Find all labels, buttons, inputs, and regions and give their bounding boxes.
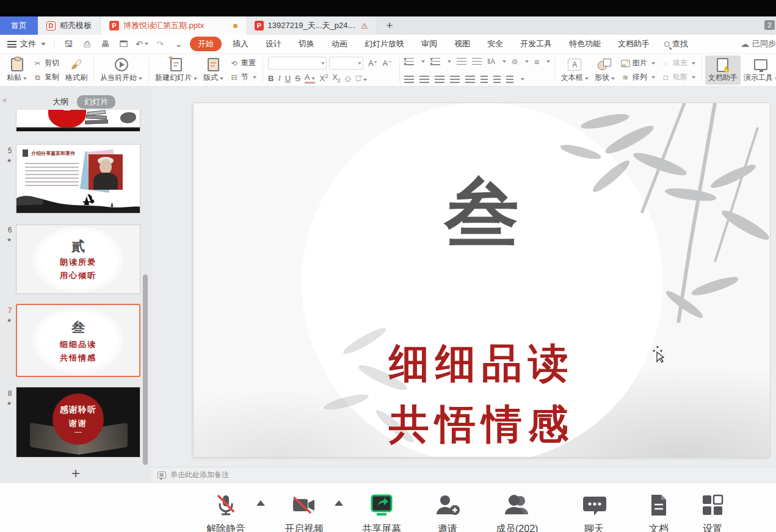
slide-thumbnail-7-selected[interactable]: 叁 细细品读 共悟情感 xyxy=(16,304,140,377)
hamburger-menu-icon[interactable] xyxy=(7,41,16,48)
print-preview-icon[interactable]: 🗔 xyxy=(118,39,129,49)
font-color-button[interactable]: A xyxy=(305,73,316,84)
paste-button[interactable]: 粘贴 xyxy=(4,56,30,85)
align-text-icon[interactable]: ⊜ xyxy=(512,57,518,66)
decrease-indent-icon[interactable] xyxy=(457,58,466,65)
slide-canvas[interactable]: 叁 细细品读 共悟情感 xyxy=(193,102,771,458)
menu-tab-review[interactable]: 审阅 xyxy=(415,37,443,51)
presentation-tools-button[interactable]: 演示工具 xyxy=(741,56,776,85)
export-icon[interactable]: ⎙ xyxy=(82,39,92,49)
menu-tab-design[interactable]: 设计 xyxy=(259,37,288,51)
clear-format-icon[interactable]: ◇ xyxy=(345,74,351,83)
arrange-button[interactable]: ≋排列 xyxy=(619,71,657,83)
font-size-select[interactable] xyxy=(329,57,363,70)
unmute-button[interactable]: 解除静音 xyxy=(206,493,245,532)
menu-tab-features[interactable]: 特色功能 xyxy=(563,37,607,51)
phonetic-guide-icon[interactable]: 文̈ xyxy=(355,74,367,83)
new-slide-button[interactable]: 新建幻灯片 xyxy=(152,56,200,85)
tab-pdf-document[interactable]: P 13927219_天...天_p246.pdf ⚠ xyxy=(246,16,377,35)
fill-button[interactable]: ◌填充 xyxy=(659,57,697,69)
sidebar-scrollbar[interactable] xyxy=(143,275,148,465)
menu-tab-doc-assistant[interactable]: 文档助手 xyxy=(612,37,656,51)
increase-font-icon[interactable]: A⁺ xyxy=(368,59,378,68)
camera-options-arrow[interactable] xyxy=(335,500,343,506)
slide-title-line2[interactable]: 共悟情感 xyxy=(194,397,770,452)
slide-section-number[interactable]: 叁 xyxy=(194,175,770,250)
find-menu[interactable]: 查找 xyxy=(664,38,688,49)
picture-button[interactable]: 图片 xyxy=(619,57,657,69)
increase-indent-icon[interactable] xyxy=(472,58,482,65)
slide-thumbnail-6[interactable]: 貳 朗读所爱 用心倾听 xyxy=(16,225,140,294)
file-menu[interactable]: 文件 xyxy=(20,38,36,49)
bullets-icon[interactable] xyxy=(404,58,414,65)
slide-thumbnail-5[interactable]: 介绍分享嘉宾和著作 xyxy=(16,144,140,214)
menu-tab-insert[interactable]: 插入 xyxy=(227,37,255,51)
justify-icon[interactable] xyxy=(450,76,460,83)
add-slide-button[interactable]: + xyxy=(0,465,151,482)
new-tab-button[interactable]: + xyxy=(377,16,402,35)
italic-button[interactable]: I xyxy=(278,73,280,83)
tab-docer-templates[interactable]: D 稻壳模板 xyxy=(38,16,101,35)
font-name-select[interactable] xyxy=(268,57,327,70)
slide-thumbnail-4-partial[interactable]: 一 xyxy=(16,110,140,132)
cut-button[interactable]: ✂剪切 xyxy=(31,57,61,69)
documents-button[interactable]: 文档 xyxy=(649,493,669,532)
decrease-font-icon[interactable]: A⁻ xyxy=(383,59,393,68)
collapse-panel-button[interactable]: « xyxy=(2,95,7,104)
numbering-icon[interactable] xyxy=(430,58,440,65)
play-from-current-button[interactable]: 从当前开始 xyxy=(97,56,145,85)
window-badge[interactable]: 2 xyxy=(764,20,775,30)
file-menu-caret-icon[interactable] xyxy=(41,43,46,46)
underline-button[interactable]: U xyxy=(285,74,291,83)
layout-button[interactable]: 版式 xyxy=(200,56,227,85)
redo-icon[interactable]: ↷ xyxy=(155,39,165,49)
align-left-icon[interactable] xyxy=(404,76,414,83)
menu-tab-view[interactable]: 视图 xyxy=(448,37,476,51)
invite-button[interactable]: 邀请 xyxy=(435,493,460,532)
subscript-button[interactable]: X2 xyxy=(332,73,341,84)
notes-bar[interactable]: 单击此处添加备注 xyxy=(151,467,776,483)
format-painter-button[interactable]: 🖌 格式刷 xyxy=(62,56,90,85)
menu-tab-home[interactable]: 开始 xyxy=(190,37,222,51)
start-video-button[interactable]: 开启视频 xyxy=(285,493,324,532)
menu-tab-transitions[interactable]: 切换 xyxy=(292,37,321,51)
align-center-icon[interactable] xyxy=(419,76,429,83)
outline-tab[interactable]: 大纲 xyxy=(53,96,68,107)
reset-button[interactable]: ⟲重置 xyxy=(228,57,258,69)
tab-home[interactable]: 首页 xyxy=(0,16,38,35)
outline-button[interactable]: □轮廓 xyxy=(659,71,697,83)
save-icon[interactable]: 🖫 xyxy=(63,39,74,49)
share-screen-button[interactable]: 共享屏幕 xyxy=(362,493,401,532)
slide-thumbnail-8[interactable]: 感谢聆听 谢谢 xyxy=(16,387,140,458)
shapes-button[interactable]: 形状 xyxy=(592,56,618,85)
textbox-button[interactable]: A 文本框 xyxy=(558,56,592,85)
slide-title-line1[interactable]: 细细品读 xyxy=(194,336,770,391)
align-right-icon[interactable] xyxy=(435,76,444,83)
line-spacing-icon[interactable] xyxy=(480,76,488,83)
mic-options-arrow[interactable] xyxy=(256,500,265,506)
bold-button[interactable]: B xyxy=(268,74,274,83)
settings-button[interactable]: 设置 xyxy=(701,493,724,532)
unsaved-dot-icon xyxy=(233,24,238,28)
members-button[interactable]: 成员(202) xyxy=(496,493,538,532)
paragraph-spacing-icon[interactable] xyxy=(493,76,501,83)
tab-active-presentation[interactable]: P 博雅悦读汇第五期.pptx xyxy=(101,16,246,35)
columns-icon[interactable] xyxy=(506,76,513,83)
copy-button[interactable]: ⧉复制 xyxy=(31,71,61,83)
menu-tab-security[interactable]: 安全 xyxy=(481,37,509,51)
doc-assistant-button[interactable]: 文档助手 xyxy=(705,56,741,85)
qat-more-icon[interactable]: ⌄ xyxy=(173,39,184,49)
text-direction-icon[interactable]: ‖A xyxy=(487,57,495,66)
slides-tab[interactable]: 幻灯片 xyxy=(77,95,115,109)
undo-icon[interactable]: ↶ xyxy=(137,39,147,49)
smartart-icon[interactable]: ⧈ xyxy=(534,57,539,66)
menu-tab-slideshow[interactable]: 幻灯片放映 xyxy=(358,37,410,51)
print-icon[interactable]: 🖶 xyxy=(100,39,111,49)
strikethrough-button[interactable]: S xyxy=(295,74,300,83)
section-button[interactable]: ⊟节 xyxy=(228,71,258,83)
distribute-icon[interactable] xyxy=(465,76,475,83)
menu-tab-devtools[interactable]: 开发工具 xyxy=(514,37,558,51)
superscript-button[interactable]: X2 xyxy=(319,73,328,83)
chat-button[interactable]: 聊天 xyxy=(582,493,606,532)
menu-tab-animation[interactable]: 动画 xyxy=(325,37,354,51)
